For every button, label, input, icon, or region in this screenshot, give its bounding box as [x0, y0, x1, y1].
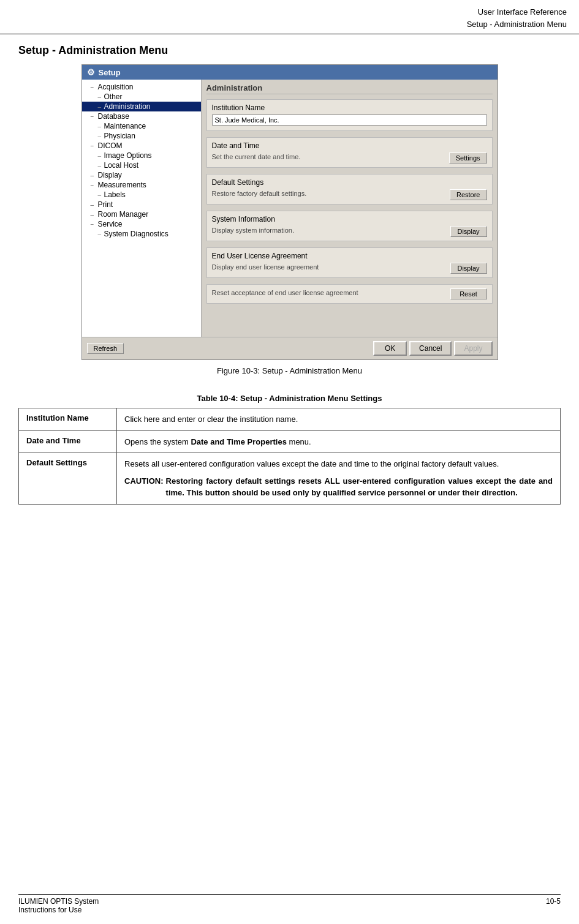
reset-eula-row: Reset acceptance of end user license agr… [212, 288, 487, 299]
page-footer: ILUMIEN OPTIS System Instructions for Us… [18, 894, 561, 914]
display-button-eula[interactable]: Display [450, 263, 487, 274]
caution-text: Restoring factory default settings reset… [166, 475, 553, 499]
system-info-section: System Information Display system inform… [206, 211, 493, 241]
system-info-label: System Information [212, 215, 487, 223]
reset-eula-section: Reset acceptance of end user license agr… [206, 284, 493, 304]
tree-item-database[interactable]: − Database [82, 111, 201, 121]
table-cell-label: Institution Name [19, 408, 117, 431]
tree-label: Database [98, 112, 129, 121]
tree-item-other[interactable]: – Other [82, 92, 201, 102]
tree-label: Measurements [98, 181, 146, 189]
tree-label: Print [98, 200, 113, 209]
tree-item-system-diagnostics[interactable]: – System Diagnostics [82, 229, 201, 239]
dash-icon: – [98, 231, 104, 238]
tree-label: Maintenance [104, 122, 146, 130]
tree-label: Room Manager [98, 210, 149, 219]
table-row: Date and Time Opens the system Date and … [19, 430, 561, 453]
caution-row: CAUTION: Restoring factory default setti… [124, 475, 553, 499]
caution-block: CAUTION: Restoring factory default setti… [124, 475, 553, 499]
dash-icon: – [98, 123, 104, 130]
institution-name-input[interactable] [212, 115, 487, 126]
table-row: Default Settings Resets all user-entered… [19, 453, 561, 505]
expand-icon: – [91, 211, 98, 218]
settings-button[interactable]: Settings [449, 152, 487, 163]
tree-label: Labels [104, 190, 126, 199]
dash-icon: – [98, 192, 104, 198]
default-settings-description: Restore factory default settings. [212, 189, 446, 198]
footer-left: ILUMIEN OPTIS System Instructions for Us… [18, 897, 99, 914]
right-panel: Administration Institution Name Date and… [202, 80, 498, 337]
apply-button[interactable]: Apply [454, 341, 492, 356]
caution-label: CAUTION: [124, 475, 164, 499]
table-title: Table 10-4: Setup - Administration Menu … [18, 394, 561, 403]
expand-icon: − [91, 143, 98, 149]
tree-label: Other [104, 92, 123, 101]
settings-table: Institution Name Click here and enter or… [18, 408, 561, 505]
expand-icon: – [91, 201, 98, 208]
dialog-titlebar: ⚙ Setup [82, 65, 498, 80]
dialog-bottom-bar: Refresh OK Cancel Apply [82, 337, 498, 359]
expand-icon: − [91, 221, 98, 228]
tree-label: Local Host [104, 161, 139, 170]
expand-icon: − [91, 84, 98, 91]
default-settings-label: Default Settings [212, 178, 487, 187]
date-time-label: Date and Time [212, 141, 487, 150]
tree-label: Image Options [104, 151, 152, 160]
tree-item-dicom[interactable]: − DICOM [82, 141, 201, 151]
tree-item-print[interactable]: – Print [82, 200, 201, 209]
refresh-button[interactable]: Refresh [87, 343, 124, 354]
eula-row: Display end user license agreement Displ… [212, 263, 487, 274]
eula-description: Display end user license agreement [212, 263, 447, 272]
tree-item-service[interactable]: − Service [82, 219, 201, 229]
system-info-description: Display system information. [212, 226, 447, 235]
bold-text: Date and Time Properties [191, 437, 287, 446]
tree-item-image-options[interactable]: – Image Options [82, 151, 201, 160]
tree-item-labels[interactable]: – Labels [82, 190, 201, 200]
tree-item-maintenance[interactable]: – Maintenance [82, 121, 201, 131]
section-title: Setup - Administration Menu [18, 44, 561, 57]
table-cell-label: Date and Time [19, 430, 117, 453]
tree-item-measurements[interactable]: − Measurements [82, 180, 201, 190]
expand-icon: – [91, 172, 98, 179]
table-row: Institution Name Click here and enter or… [19, 408, 561, 431]
tree-item-acquisition[interactable]: − Acquisition [82, 82, 201, 92]
setup-dialog: ⚙ Setup − Acquisition – Other – Administ… [81, 64, 498, 360]
reset-eula-description: Reset acceptance of end user license agr… [212, 288, 447, 298]
dash-icon: – [98, 152, 104, 159]
tree-item-administration[interactable]: – Administration [82, 102, 201, 111]
tree-label: Administration [104, 102, 151, 111]
display-button-sysinfo[interactable]: Display [450, 226, 487, 237]
date-time-description: Set the current date and time. [212, 152, 445, 162]
tree-item-local-host[interactable]: – Local Host [82, 160, 201, 170]
ok-button[interactable]: OK [373, 341, 407, 356]
tree-panel: − Acquisition – Other – Administration −… [82, 80, 202, 337]
tree-label: Display [98, 171, 122, 179]
dash-icon: – [98, 133, 104, 140]
tree-label: Physician [104, 132, 135, 140]
eula-label: End User License Agreement [212, 252, 487, 260]
tree-label: DICOM [98, 141, 123, 150]
table-cell-desc: Resets all user-entered configuration va… [117, 453, 561, 505]
figure-caption: Figure 10-3: Setup - Administration Menu [18, 366, 561, 375]
table-cell-desc: Opens the system Date and Time Propertie… [117, 430, 561, 453]
dash-icon: – [98, 162, 104, 169]
cancel-button[interactable]: Cancel [409, 341, 452, 356]
restore-button[interactable]: Restore [450, 189, 487, 200]
default-settings-section: Default Settings Restore factory default… [206, 174, 493, 205]
page-header: User Interface Reference Setup - Adminis… [0, 0, 579, 34]
dash-icon: – [98, 94, 104, 100]
system-info-row: Display system information. Display [212, 226, 487, 237]
footer-left-line1: ILUMIEN OPTIS System [18, 897, 99, 906]
dialog-body: − Acquisition – Other – Administration −… [82, 80, 498, 337]
main-content: Setup - Administration Menu ⚙ Setup − Ac… [0, 34, 579, 517]
table-cell-label: Default Settings [19, 453, 117, 505]
tree-item-physician[interactable]: – Physician [82, 131, 201, 141]
date-time-section: Date and Time Set the current date and t… [206, 137, 493, 168]
tree-label: System Diagnostics [104, 230, 168, 238]
reset-button[interactable]: Reset [450, 288, 487, 299]
gear-icon: ⚙ [87, 67, 95, 77]
header-line2: Setup - Administration Menu [12, 18, 567, 31]
tree-item-display[interactable]: – Display [82, 170, 201, 180]
default-settings-row: Restore factory default settings. Restor… [212, 189, 487, 200]
tree-item-room-manager[interactable]: – Room Manager [82, 209, 201, 219]
